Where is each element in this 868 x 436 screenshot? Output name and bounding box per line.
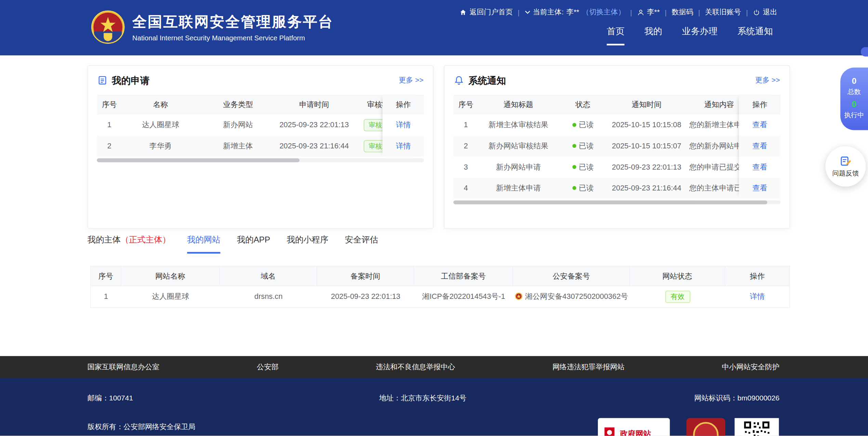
view-link[interactable]: 查看 bbox=[752, 121, 767, 129]
detail-link[interactable]: 详情 bbox=[750, 292, 765, 301]
table-cell: 2025-09-23 22:01:13 bbox=[277, 115, 352, 136]
data-code-link[interactable]: 数据码 bbox=[672, 7, 693, 17]
view-link[interactable]: 查看 bbox=[752, 163, 767, 171]
gov-site-badge[interactable]: 政府网站 bbox=[598, 418, 670, 436]
side-widget-handle[interactable] bbox=[861, 47, 868, 57]
column-header: 通知标题 bbox=[478, 95, 559, 115]
footer-link-cybercrime-report[interactable]: 网络违法犯罪举报网站 bbox=[552, 362, 625, 372]
feedback-button[interactable]: 问题反馈 bbox=[825, 146, 866, 186]
old-account-link[interactable]: 关联旧账号 bbox=[705, 7, 741, 17]
subject-type-note: （正式主体） bbox=[121, 235, 171, 245]
read-status-label: 已读 bbox=[579, 184, 594, 192]
certification-badge[interactable] bbox=[686, 418, 725, 436]
applications-table: 序号 名称 业务类型 申请时间 审核状态 1 达人圈星球 新办网站 2025-0… bbox=[97, 95, 424, 157]
qr-code-badge[interactable] bbox=[735, 418, 779, 436]
table-cell: 您的申请已提交， bbox=[686, 157, 739, 178]
notifications-table-header: 序号 通知标题 状态 通知时间 通知内容 bbox=[453, 95, 739, 115]
websites-table-header: 序号 网站名称 域名 备案时间 工信部备案号 公安备案号 网站状态 操作 bbox=[91, 266, 790, 286]
task-stats-widget[interactable]: 0 总数 0 执行中 bbox=[840, 68, 868, 130]
divider: | bbox=[746, 8, 748, 16]
user-menu[interactable]: 李** bbox=[637, 7, 660, 17]
column-header: 备案时间 bbox=[317, 266, 414, 286]
postcode: 邮编：100741 bbox=[88, 393, 133, 403]
column-header: 域名 bbox=[220, 266, 317, 286]
footer-link-mps[interactable]: 公安部 bbox=[257, 362, 278, 372]
nav-item-home[interactable]: 首页 bbox=[607, 26, 625, 45]
table-cell: 3 bbox=[453, 157, 478, 178]
running-count: 0 bbox=[840, 97, 868, 110]
gov-badge-icon bbox=[603, 427, 616, 436]
footer-link-report-center[interactable]: 违法和不良信息举报中心 bbox=[376, 362, 455, 372]
certification-badge-seal bbox=[693, 422, 718, 436]
tab-security-assessment[interactable]: 安全评估 bbox=[345, 235, 378, 254]
table-cell: 详情 bbox=[725, 286, 789, 307]
horizontal-scrollbar bbox=[97, 158, 424, 162]
column-header: 序号 bbox=[91, 266, 121, 286]
nav-item-mine[interactable]: 我的 bbox=[644, 26, 662, 45]
footer-link-cac[interactable]: 国家互联网信息办公室 bbox=[88, 362, 160, 372]
column-header: 序号 bbox=[453, 95, 478, 115]
feedback-label: 问题反馈 bbox=[832, 169, 859, 178]
address-value: 北京市东长安街14号 bbox=[401, 394, 466, 402]
table-cell: 新增主体审核结果 bbox=[478, 115, 559, 136]
table-row: 1 达人圈星球 drsns.cn 2025-09-23 22:01:13 湘IC… bbox=[91, 286, 790, 307]
table-cell: 审核通过 bbox=[351, 115, 383, 136]
address-label: 地址： bbox=[379, 394, 401, 402]
table-cell: 详情 bbox=[383, 136, 424, 157]
read-status-label: 已读 bbox=[579, 121, 594, 129]
column-header: 通知内容 bbox=[686, 95, 739, 115]
current-subject[interactable]: 当前主体: 李** （切换主体） bbox=[524, 7, 625, 17]
view-link[interactable]: 查看 bbox=[752, 142, 767, 150]
portal-home-link[interactable]: 返回门户首页 bbox=[459, 7, 512, 17]
notifications-action-column: 操作 查看 查看 查看 查看 bbox=[739, 95, 780, 199]
table-cell: 达人圈星球 bbox=[122, 115, 199, 136]
table-cell: 查看 bbox=[739, 115, 780, 136]
column-header: 状态 bbox=[559, 95, 607, 115]
column-header: 操作 bbox=[725, 266, 789, 286]
logout-link[interactable]: 退出 bbox=[753, 7, 777, 17]
detail-link[interactable]: 详情 bbox=[396, 121, 411, 129]
footer-link-sme-protection[interactable]: 中小网站安全防护 bbox=[722, 362, 779, 372]
nav-item-business[interactable]: 业务办理 bbox=[682, 26, 718, 45]
tab-my-miniprogram[interactable]: 我的小程序 bbox=[287, 235, 328, 254]
view-link[interactable]: 查看 bbox=[752, 184, 767, 192]
tab-my-website[interactable]: 我的网站 bbox=[187, 235, 220, 254]
main-nav: 首页 我的 业务办理 系统通知 bbox=[607, 26, 773, 45]
applications-table-viewport: 序号 名称 业务类型 申请时间 审核状态 1 达人圈星球 新办网站 2025-0… bbox=[97, 95, 383, 157]
read-status-label: 已读 bbox=[579, 142, 594, 150]
table-cell: 查看 bbox=[739, 178, 780, 199]
feedback-pencil-icon bbox=[840, 155, 852, 167]
portal-home-label: 返回门户首页 bbox=[469, 7, 512, 17]
tab-my-subject[interactable]: 我的主体（正式主体） bbox=[88, 235, 171, 254]
chevron-down-icon bbox=[524, 10, 530, 15]
current-subject-name: 李** bbox=[566, 7, 579, 17]
running-label: 执行中 bbox=[840, 110, 868, 120]
notifications-table: 序号 通知标题 状态 通知时间 通知内容 1 新增主体审核结果 已读 2025-… bbox=[453, 95, 780, 199]
table-cell: 新办网站申请 bbox=[478, 157, 559, 178]
detail-link[interactable]: 详情 bbox=[396, 142, 411, 150]
column-header: 审核状态 bbox=[351, 95, 383, 115]
notifications-more-link[interactable]: 更多 >> bbox=[755, 75, 780, 85]
tab-my-app[interactable]: 我的APP bbox=[237, 235, 270, 254]
brand-text: 全国互联网安全管理服务平台 National Internet Security… bbox=[132, 12, 334, 42]
table-cell: 新增主体申请 bbox=[478, 178, 559, 199]
scrollbar-thumb[interactable] bbox=[97, 158, 299, 162]
police-filing-cell: 湘公网安备43072502000362号 bbox=[513, 286, 630, 307]
websites-table: 序号 网站名称 域名 备案时间 工信部备案号 公安备案号 网站状态 操作 1 达… bbox=[90, 266, 790, 308]
horizontal-scrollbar bbox=[453, 200, 780, 204]
table-cell: 您的新增主体申请 bbox=[686, 115, 739, 136]
copyright-label: 版权所有： bbox=[88, 423, 123, 431]
scrollbar-thumb[interactable] bbox=[453, 200, 767, 204]
switch-subject-link[interactable]: （切换主体） bbox=[582, 7, 625, 17]
table-cell: 李华勇 bbox=[122, 136, 199, 157]
applications-more-link[interactable]: 更多 >> bbox=[399, 75, 424, 85]
status-badge: 审核通过 bbox=[364, 119, 383, 132]
status-badge: 审核通过 bbox=[364, 140, 383, 153]
column-header: 通知时间 bbox=[607, 95, 686, 115]
applications-title: 我的申请 bbox=[112, 74, 149, 87]
table-cell: 2 bbox=[97, 136, 122, 157]
table-row: 1 新增主体审核结果 已读 2025-10-15 10:15:08 您的新增主体… bbox=[453, 115, 739, 136]
nav-item-notices[interactable]: 系统通知 bbox=[737, 26, 773, 45]
applications-table-header: 序号 名称 业务类型 申请时间 审核状态 bbox=[97, 95, 383, 115]
column-header: 序号 bbox=[97, 95, 122, 115]
